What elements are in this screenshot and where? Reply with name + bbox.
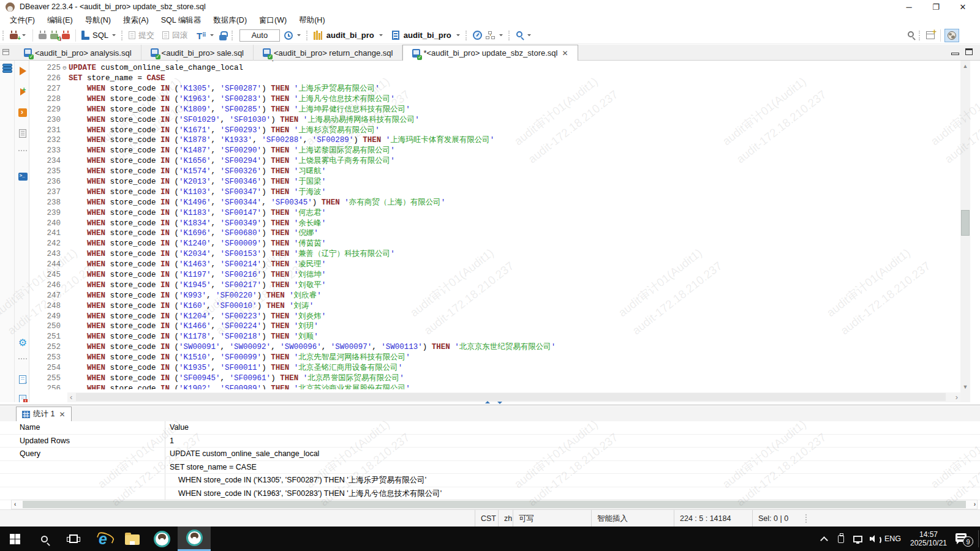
commit-button[interactable]: 提交 xyxy=(127,28,156,43)
sash-up-icon[interactable] xyxy=(485,401,490,403)
start-button[interactable] xyxy=(0,527,29,551)
task-view-icon[interactable] xyxy=(59,527,88,551)
close-button[interactable]: ✕ xyxy=(949,0,976,13)
rollback-icon xyxy=(162,31,169,39)
table-row-3[interactable]: WHEN store_code IN ('K1305', 'SF00287') … xyxy=(0,474,980,487)
panel-hscroll-thumb[interactable] xyxy=(23,501,966,508)
minimize-button[interactable]: ─ xyxy=(895,0,922,13)
chevron-down-icon[interactable] xyxy=(22,34,26,38)
sql-editor[interactable]: 224 WHEN store_code IN ('SF01027', 'SF01… xyxy=(29,61,970,402)
editor-tab-3[interactable]: *<audit_bi_pro> update_sbz_store.sql✕ xyxy=(402,45,578,61)
code-line-245: 245 WHEN store_code IN ('K1197', 'SF0021… xyxy=(29,270,960,280)
menu-item-1[interactable]: 编辑(E) xyxy=(41,14,79,27)
export-result-button[interactable]: → xyxy=(17,374,28,385)
volume-tray-icon[interactable] xyxy=(866,527,883,551)
schema-selector[interactable]: audit_bi_pro xyxy=(404,31,451,40)
line-number: 246 xyxy=(29,280,61,291)
er-diagram-icon[interactable] xyxy=(486,31,495,40)
table-row-4[interactable]: WHEN store_code IN ('K1963', 'SF00283') … xyxy=(0,487,980,501)
search-icon[interactable] xyxy=(516,31,522,37)
line-number: 247 xyxy=(29,291,61,301)
usb-tray-icon[interactable] xyxy=(833,527,849,551)
sql-editor-button[interactable]: SQL xyxy=(80,28,119,43)
fastview-strip xyxy=(0,61,15,402)
fold-marker xyxy=(61,105,69,115)
invalidate-icon[interactable]: \ xyxy=(62,34,70,39)
line-number: 241 xyxy=(29,228,61,239)
panel-horizontal-scrollbar[interactable]: ‹› xyxy=(11,500,978,509)
editor-tab-2[interactable]: <audit_bi_pro> return_change.sql xyxy=(254,45,402,61)
menu-item-6[interactable]: 窗口(W) xyxy=(253,14,293,27)
maximize-button[interactable]: ❐ xyxy=(922,0,949,13)
status-item-2: 可写 xyxy=(513,510,591,527)
menu-item-2[interactable]: 导航(N) xyxy=(79,14,117,27)
table-row-0[interactable]: Updated Rows1 xyxy=(0,435,980,448)
ie-icon[interactable]: e xyxy=(88,527,118,551)
taskbar-search-icon[interactable] xyxy=(29,527,59,551)
execute-new-tab-button[interactable]: + xyxy=(17,86,28,97)
fold-marker[interactable]: ⊖ xyxy=(61,63,69,73)
hscroll-thumb[interactable] xyxy=(76,393,946,401)
table-row-2[interactable]: SET store_name = CASE xyxy=(0,461,980,474)
editor-tab-0[interactable]: <audit_bi_pro> analysis.sql xyxy=(15,45,141,61)
line-number: 239 xyxy=(29,208,61,219)
open-view-icon[interactable] xyxy=(926,31,935,39)
dbeaver-active-taskbar-icon[interactable] xyxy=(178,527,211,551)
table-header: NameValue xyxy=(0,421,980,435)
code-area[interactable]: 224 WHEN store_code IN ('SF01027', 'SF01… xyxy=(29,61,960,389)
line-number: 233 xyxy=(29,146,61,156)
open-console-button[interactable] xyxy=(17,171,28,182)
status-item-1: zh xyxy=(498,510,513,527)
show-desktop-divider[interactable] xyxy=(978,530,979,547)
tab-close-icon[interactable]: ✕ xyxy=(562,49,568,58)
panel-tab-close-icon[interactable]: ✕ xyxy=(59,410,65,419)
statistics-table[interactable]: NameValueUpdated Rows1QueryUPDATE custom… xyxy=(0,421,980,500)
file-explorer-icon[interactable] xyxy=(118,527,147,551)
line-number: 244 xyxy=(29,260,61,270)
sash-down-icon[interactable] xyxy=(497,402,502,404)
perspective-button[interactable] xyxy=(944,29,959,42)
main-toolbar: + ↻ \ SQL 提交 回滚 T⠿ Auto audit_bi_pro aud… xyxy=(0,27,980,44)
code-line-226: 226SET store_name = CASE xyxy=(29,73,960,84)
language-indicator[interactable]: ENG xyxy=(884,527,901,551)
minimize-editor-icon[interactable] xyxy=(951,53,959,55)
vscroll-thumb[interactable] xyxy=(961,210,970,236)
reconnect-icon[interactable]: ↻ xyxy=(50,34,58,39)
disconnect-icon[interactable] xyxy=(39,34,47,39)
database-selector[interactable]: audit_bi_pro xyxy=(326,31,374,40)
code-line-239: 239 WHEN store_code IN ('K1183', 'SF0014… xyxy=(29,208,960,219)
editor-horizontal-scrollbar[interactable]: ‹› xyxy=(67,392,960,402)
quick-search-icon[interactable] xyxy=(908,31,914,37)
explain-plan-button[interactable] xyxy=(17,128,28,139)
tray-chevron-icon[interactable] xyxy=(816,527,832,551)
fold-marker xyxy=(61,208,69,219)
menu-item-7[interactable]: 帮助(H) xyxy=(293,14,331,27)
line-number: 255 xyxy=(29,373,61,384)
menu-item-0[interactable]: 文件(F) xyxy=(4,14,41,27)
menu-item-3[interactable]: 搜索(A) xyxy=(117,14,155,27)
notification-center-icon[interactable]: 9 xyxy=(952,527,978,551)
lock-icon[interactable] xyxy=(219,35,227,40)
editor-vertical-scrollbar[interactable]: ▲ ▼ xyxy=(960,61,970,402)
tab-statistics[interactable]: 统计 1 ✕ xyxy=(16,407,72,421)
new-connection-button[interactable]: + xyxy=(8,28,29,43)
settings-button[interactable]: ⚙ xyxy=(17,337,28,348)
editor-tab-1[interactable]: <audit_bi_pro> sale.sql xyxy=(141,45,254,61)
history-icon[interactable] xyxy=(284,31,293,40)
execute-script-button[interactable] xyxy=(17,107,28,118)
menu-item-5[interactable]: 数据库(D) xyxy=(207,14,253,27)
database-navigator-icon[interactable] xyxy=(2,64,12,73)
dbeaver-taskbar-icon[interactable] xyxy=(147,527,176,551)
table-row-1[interactable]: QueryUPDATE custom_online_sale_change_lo… xyxy=(0,448,980,461)
network-tray-icon[interactable] xyxy=(849,527,866,551)
execute-statement-button[interactable] xyxy=(17,66,28,77)
rollback-button[interactable]: 回滚 xyxy=(160,28,189,43)
transaction-log-button[interactable]: T⠿ xyxy=(195,28,217,43)
dashboard-icon[interactable] xyxy=(473,31,482,40)
transaction-mode-select[interactable]: Auto xyxy=(239,29,280,42)
maximize-editor-icon[interactable] xyxy=(965,48,973,55)
menu-item-4[interactable]: SQL 编辑器 xyxy=(155,14,208,27)
restore-view-icon[interactable] xyxy=(2,49,9,55)
code-line-235: 235 WHEN store_code IN ('K1574', 'SF0032… xyxy=(29,167,960,177)
taskbar-clock[interactable]: 14:57 2025/10/21 xyxy=(908,527,949,551)
